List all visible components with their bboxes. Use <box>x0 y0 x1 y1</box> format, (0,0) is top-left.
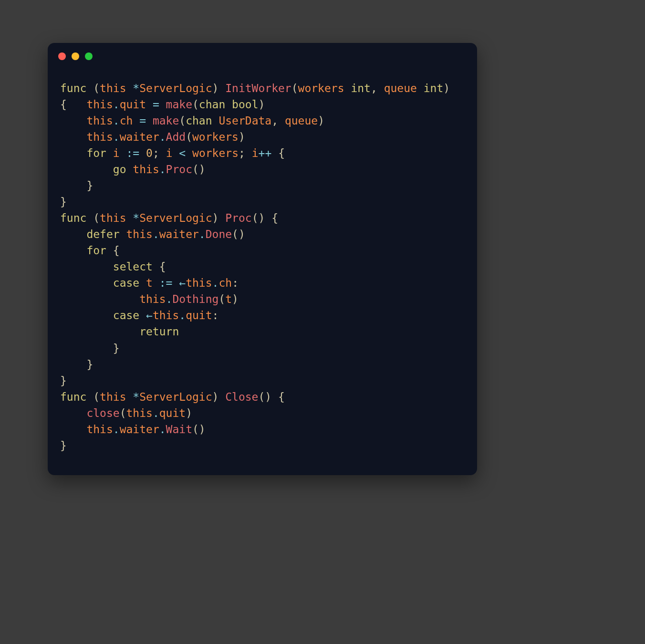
token-pn <box>139 147 146 159</box>
token-id: quit <box>186 309 212 322</box>
token-pn: ( <box>192 98 199 111</box>
token-kw: case <box>113 277 139 289</box>
token-id: this <box>86 98 113 111</box>
token-pn: } <box>60 358 93 371</box>
token-op: . <box>113 98 120 111</box>
token-pn <box>139 277 146 289</box>
token-pn <box>133 114 139 127</box>
token-pn <box>60 325 139 338</box>
token-pn: ( <box>86 212 100 224</box>
token-pn: () <box>192 163 206 176</box>
token-op: * <box>133 82 139 94</box>
token-pn <box>344 82 351 94</box>
token-pn <box>126 163 133 176</box>
token-op: . <box>113 131 120 143</box>
token-id: this <box>126 228 153 240</box>
token-id: i <box>252 147 259 159</box>
token-pn: ) <box>232 293 239 305</box>
token-pn: , <box>271 114 285 127</box>
token-id: t <box>146 277 153 289</box>
token-kw: defer <box>86 228 119 240</box>
token-kw: bool <box>232 98 258 111</box>
token-pn: ; <box>153 147 166 159</box>
code-editor-window: func (this *ServerLogic) InitWorker(work… <box>48 43 477 475</box>
token-pn: ) <box>259 98 265 111</box>
token-pn <box>60 423 86 436</box>
token-pn <box>159 98 166 111</box>
close-icon[interactable] <box>58 52 66 60</box>
token-kw: case <box>113 309 139 322</box>
token-fn: Dothing <box>172 293 218 305</box>
token-kw: return <box>139 325 179 338</box>
token-id: waiter <box>120 423 159 436</box>
token-id: this <box>100 391 126 403</box>
token-fn: Proc <box>225 212 251 224</box>
token-pn <box>146 114 153 127</box>
token-op: * <box>133 391 139 403</box>
token-op: . <box>153 407 159 419</box>
token-op: ← <box>146 309 153 322</box>
token-pn: ) <box>239 131 245 143</box>
token-pn <box>173 147 179 159</box>
token-pn <box>126 82 133 94</box>
token-op: ← <box>179 277 186 289</box>
token-pn: ( <box>120 407 126 419</box>
token-pn: ; <box>239 147 252 159</box>
token-pn: () <box>232 228 245 240</box>
token-op: . <box>159 163 166 176</box>
token-op: . <box>113 423 120 436</box>
token-ty: UserData <box>218 114 271 127</box>
token-op: . <box>212 277 219 289</box>
token-id: i <box>113 147 120 159</box>
token-id: t <box>225 293 232 305</box>
token-pn <box>139 309 146 322</box>
token-op: . <box>153 228 159 240</box>
token-op: . <box>159 131 166 143</box>
token-kw: for <box>86 244 106 257</box>
token-pn: ( <box>179 114 186 127</box>
token-pn: { <box>271 147 285 159</box>
token-fn: Done <box>206 228 232 240</box>
token-op: := <box>159 277 173 289</box>
token-kw: func <box>60 391 86 403</box>
token-id: workers <box>192 131 239 143</box>
token-pn <box>225 98 232 111</box>
token-kw: int <box>424 82 444 94</box>
token-fn: InitWorker <box>225 82 291 94</box>
token-pn: ( <box>86 82 100 94</box>
token-pn: } <box>60 196 67 208</box>
token-id: queue <box>384 82 417 94</box>
token-pn: { <box>153 260 166 273</box>
token-pn <box>106 147 113 159</box>
token-ty: ServerLogic <box>139 212 212 224</box>
token-pn <box>60 309 113 322</box>
token-pn: } <box>60 179 93 192</box>
token-id: waiter <box>159 228 199 240</box>
token-pn <box>60 147 86 159</box>
token-fn: make <box>166 98 192 111</box>
token-id: ch <box>218 277 232 289</box>
token-op: < <box>179 147 186 159</box>
token-pn: ) <box>443 82 457 94</box>
token-pn: ) <box>212 212 226 224</box>
token-id: this <box>133 163 159 176</box>
token-op: = <box>153 98 159 111</box>
token-id: this <box>86 131 113 143</box>
token-id: this <box>139 293 166 305</box>
token-kw: chan <box>186 114 212 127</box>
minimize-icon[interactable] <box>72 52 79 60</box>
token-pn: } <box>60 342 120 354</box>
token-id: i <box>166 147 173 159</box>
token-fn: Wait <box>166 423 192 436</box>
token-id: workers <box>192 147 239 159</box>
token-kw: select <box>113 260 153 273</box>
token-id: quit <box>120 98 146 111</box>
token-pn: { <box>60 98 86 111</box>
code-block: func (this *ServerLogic) InitWorker(work… <box>48 70 477 454</box>
token-pn <box>60 131 86 143</box>
token-kw: int <box>351 82 371 94</box>
token-id: queue <box>285 114 318 127</box>
token-id: this <box>86 423 113 436</box>
maximize-icon[interactable] <box>85 52 93 60</box>
window-titlebar <box>48 43 477 70</box>
